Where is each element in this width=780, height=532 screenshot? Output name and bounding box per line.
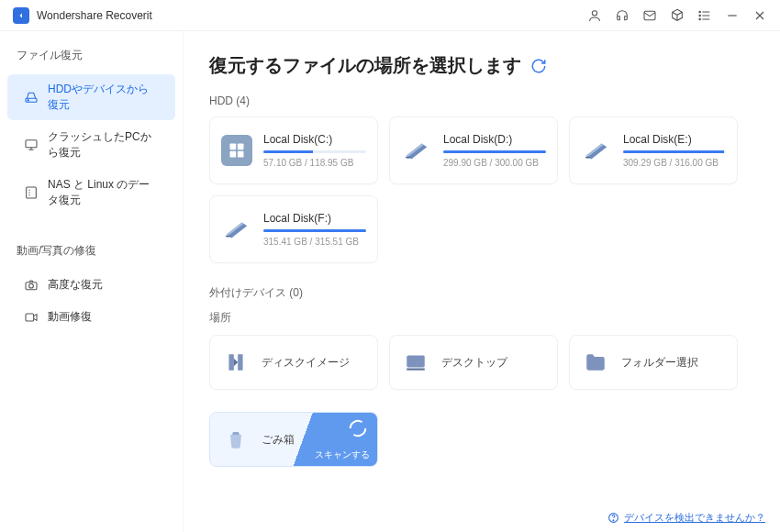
svg-point-2 [699, 11, 700, 12]
disk-icon [581, 135, 612, 166]
svg-rect-13 [238, 144, 244, 150]
svg-rect-19 [407, 355, 425, 367]
disk-usage-bar [263, 150, 366, 153]
disk-icon [221, 214, 252, 245]
location-card[interactable]: フォルダー選択 [569, 335, 738, 390]
disk-card[interactable]: Local Disk(E:)309.29 GB / 316.00 GB [569, 116, 738, 184]
location-icon [583, 349, 608, 375]
support-icon[interactable] [615, 8, 630, 23]
trash-label: ごみ箱 [262, 432, 295, 448]
disk-size: 315.41 GB / 315.51 GB [263, 237, 366, 247]
disk-name: Local Disk(E:) [623, 133, 726, 146]
sidebar-item-label: 高度な復元 [48, 277, 103, 293]
location-label: ディスクイメージ [262, 355, 350, 371]
location-icon [403, 349, 429, 375]
refresh-icon[interactable] [530, 58, 547, 74]
sidebar-item-label: HDDやデバイスから復元 [48, 82, 159, 113]
svg-rect-15 [238, 151, 244, 158]
cube-icon[interactable] [670, 8, 685, 23]
sidebar-item-label: 動画修復 [48, 309, 92, 325]
trash-icon [223, 427, 249, 452]
location-card[interactable]: デスクトップ [389, 335, 558, 390]
app-logo-icon [13, 7, 29, 24]
list-icon[interactable] [697, 8, 712, 23]
svg-point-4 [699, 18, 700, 19]
sidebar-item-label: クラッシュしたPCから復元 [48, 129, 159, 161]
svg-point-21 [613, 520, 614, 521]
svg-rect-14 [230, 151, 237, 158]
disk-size: 309.29 GB / 316.00 GB [623, 158, 726, 168]
sidebar-item-nas-linux[interactable]: NAS と Linux のデータ復元 [7, 170, 175, 216]
scan-swirl-icon [348, 418, 368, 438]
main-content: 復元するファイルの場所を選択します HDD (4) Local Disk(C:)… [184, 31, 780, 532]
disk-usage-bar [443, 150, 546, 153]
sidebar-item-hdd-device[interactable]: HDDやデバイスから復元 [7, 74, 175, 120]
app-title: Wondershare Recoverit [37, 9, 152, 22]
svg-rect-11 [26, 314, 34, 321]
video-icon [24, 310, 39, 325]
sidebar: ファイル復元 HDDやデバイスから復元 クラッシュしたPCから復元 NAS と … [0, 31, 184, 532]
disk-usage-bar [263, 229, 366, 232]
disk-name: Local Disk(D:) [443, 133, 546, 146]
disk-name: Local Disk(F:) [263, 212, 366, 225]
sidebar-item-advanced-recovery[interactable]: 高度な復元 [7, 270, 175, 300]
nas-icon [24, 185, 39, 200]
svg-rect-12 [230, 144, 237, 150]
sidebar-item-crashed-pc[interactable]: クラッシュしたPCから復元 [7, 122, 175, 168]
hdd-section-label: HDD (4) [209, 94, 754, 107]
location-trash[interactable]: ごみ箱 スキャンする [209, 412, 378, 467]
location-label: デスクトップ [441, 355, 507, 371]
hdd-icon [24, 90, 39, 105]
external-section-label: 外付けデバイス (0) [209, 285, 754, 301]
svg-point-10 [29, 283, 34, 288]
disk-size: 57.10 GB / 118.95 GB [263, 158, 366, 168]
svg-rect-7 [26, 140, 37, 148]
minimize-icon[interactable] [725, 8, 740, 23]
sidebar-item-video-repair[interactable]: 動画修復 [7, 302, 175, 332]
camera-icon [24, 278, 39, 293]
disk-size: 299.90 GB / 300.00 GB [443, 158, 546, 168]
disk-usage-bar [623, 150, 726, 153]
mail-icon[interactable] [642, 8, 657, 23]
close-icon[interactable] [752, 8, 767, 23]
disk-card[interactable]: Local Disk(D:)299.90 GB / 300.00 GB [389, 116, 558, 184]
location-card[interactable]: ディスクイメージ [209, 335, 378, 390]
svg-point-6 [28, 100, 28, 101]
svg-point-0 [592, 10, 596, 15]
disk-icon [221, 135, 252, 166]
footer-help-link[interactable]: デバイスを検出できませんか？ [607, 511, 765, 525]
scan-label: スキャンする [315, 449, 370, 461]
disk-card[interactable]: Local Disk(F:)315.41 GB / 315.51 GB [209, 195, 378, 263]
svg-rect-8 [27, 187, 37, 198]
locations-section-label: 場所 [209, 310, 754, 326]
location-label: フォルダー選択 [621, 355, 698, 371]
crashed-pc-icon [24, 138, 39, 152]
disk-card[interactable]: Local Disk(C:)57.10 GB / 118.95 GB [209, 116, 378, 184]
location-icon [223, 349, 249, 375]
footer-help-text: デバイスを検出できませんか？ [624, 511, 765, 525]
disk-icon [401, 135, 432, 166]
sidebar-item-label: NAS と Linux のデータ復元 [48, 177, 159, 208]
svg-point-3 [699, 15, 700, 16]
sidebar-group-media-repair: 動画/写真の修復 [0, 243, 183, 268]
titlebar: Wondershare Recoverit [0, 0, 780, 31]
account-icon[interactable] [587, 8, 602, 23]
svg-rect-1 [644, 11, 655, 19]
page-title: 復元するファイルの場所を選択します [209, 53, 521, 78]
disk-name: Local Disk(C:) [263, 133, 366, 146]
sidebar-group-file-recovery: ファイル復元 [0, 48, 183, 72]
